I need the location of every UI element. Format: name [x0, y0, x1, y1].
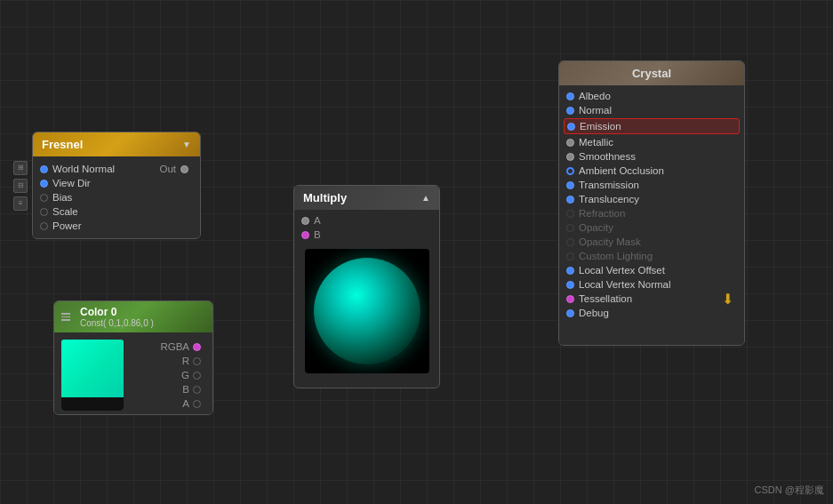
crystal-ao-row: Ambient Occlusion [566, 164, 737, 178]
scale-label: Scale [52, 206, 78, 217]
world-normal-dot[interactable] [40, 165, 48, 173]
albedo-label: Albedo [579, 91, 611, 101]
opacity-dot [566, 224, 574, 232]
multiply-collapse-icon[interactable]: ▲ [421, 193, 430, 203]
fresnel-header[interactable]: Fresnel ▼ [33, 132, 200, 156]
b-dot[interactable] [193, 386, 201, 394]
power-dot[interactable] [40, 222, 48, 230]
fresnel-side-icon-2[interactable]: ⊟ [13, 179, 28, 193]
ao-dot[interactable] [566, 167, 574, 175]
bias-dot[interactable] [40, 194, 48, 202]
crystal-tessellation-row: Tessellation ⬇ [566, 292, 737, 306]
smoothness-dot[interactable] [566, 153, 574, 161]
crystal-translucency-row: Translucency [566, 192, 737, 206]
fresnel-title: Fresnel [42, 138, 83, 151]
crystal-refraction-row: Refraction [566, 206, 737, 220]
crystal-lvo-row: Local Vertex Offset [566, 263, 737, 277]
normal-label: Normal [579, 105, 612, 116]
multiply-body: A B [294, 210, 439, 388]
fresnel-collapse-icon[interactable]: ▼ [182, 140, 191, 149]
debug-dot[interactable] [566, 309, 574, 317]
albedo-dot[interactable] [566, 92, 574, 100]
scale-dot[interactable] [40, 208, 48, 216]
crystal-smoothness-row: Smoothness [566, 149, 737, 164]
multiply-header[interactable]: Multiply ▲ [294, 186, 439, 210]
crystal-lvn-row: Local Vertex Normal [566, 277, 737, 292]
watermark-text: CSDN @程影魔 [755, 484, 824, 495]
fresnel-scale-row: Scale [40, 204, 193, 219]
transmission-dot[interactable] [566, 181, 574, 189]
custom-lighting-dot [566, 252, 574, 260]
refraction-dot [566, 210, 574, 218]
crystal-node: Crystal Albedo Normal Emission Metallic … [558, 60, 745, 346]
out-label: Out [159, 164, 176, 174]
emission-dot[interactable] [567, 123, 575, 131]
lvo-label: Local Vertex Offset [579, 265, 665, 276]
crystal-custom-lighting-row: Custom Lighting [566, 249, 737, 263]
color-swatch [61, 340, 124, 411]
b-label: B [182, 384, 189, 395]
crystal-opacity-row: Opacity [566, 220, 737, 235]
transmission-label: Transmission [579, 180, 639, 190]
color-swatch-area: RGBA R G B A [61, 340, 205, 411]
fresnel-node: Fresnel ▼ ⊞ ⊟ ≡ World Normal Out View Di… [32, 132, 201, 239]
g-label: G [181, 370, 189, 380]
fresnel-side-icon-3[interactable]: ≡ [13, 196, 28, 211]
fresnel-viewdir-row: View Dir [40, 176, 193, 190]
g-row: G [131, 368, 205, 382]
crystal-header[interactable]: Crystal [559, 61, 744, 85]
lvn-dot[interactable] [566, 281, 574, 289]
normal-dot[interactable] [566, 107, 574, 115]
multiply-node: Multiply ▲ A B [293, 185, 440, 388]
crystal-albedo-row: Albedo [566, 89, 737, 103]
color-header[interactable]: Color 0 Const( 0,1,0.86,0 ) [54, 301, 212, 332]
bias-label: Bias [52, 192, 72, 203]
viewdir-dot[interactable] [40, 180, 48, 188]
rgba-label: RGBA [160, 341, 189, 352]
metallic-label: Metallic [579, 137, 613, 148]
ao-label: Ambient Occlusion [579, 165, 664, 176]
power-label: Power [52, 220, 82, 231]
refraction-label: Refraction [579, 208, 625, 219]
viewdir-label: View Dir [52, 178, 91, 188]
debug-label: Debug [579, 308, 609, 318]
crystal-transmission-row: Transmission [566, 178, 737, 192]
tessellation-dot[interactable] [566, 295, 574, 303]
a-dot[interactable] [193, 400, 201, 408]
crystal-debug-row: Debug [566, 306, 737, 320]
fresnel-body: ⊞ ⊟ ≡ World Normal Out View Dir Bias Sca… [33, 156, 200, 238]
fresnel-side-icon-1[interactable]: ⊞ [13, 161, 28, 175]
color-node: Color 0 Const( 0,1,0.86,0 ) RGBA R G [53, 300, 213, 415]
a-label: A [182, 398, 189, 409]
download-icon[interactable]: ⬇ [722, 291, 733, 308]
fresnel-bias-row: Bias [40, 190, 193, 204]
multiply-a-dot[interactable] [301, 217, 309, 225]
rgba-dot[interactable] [193, 343, 201, 351]
r-dot[interactable] [193, 357, 201, 365]
lvn-label: Local Vertex Normal [579, 279, 671, 290]
multiply-sphere-preview [314, 258, 421, 364]
watermark: CSDN @程影魔 [755, 484, 824, 497]
tessellation-label: Tessellation [579, 293, 632, 304]
multiply-b-dot[interactable] [301, 231, 309, 239]
r-label: R [182, 356, 189, 366]
lvo-dot[interactable] [566, 267, 574, 275]
multiply-a-label: A [314, 215, 321, 226]
fresnel-power-row: Power [40, 219, 193, 233]
color-body: RGBA R G B A [54, 332, 212, 414]
out-dot[interactable] [180, 165, 188, 173]
b-row: B [131, 382, 205, 396]
crystal-normal-row: Normal [566, 103, 737, 117]
multiply-preview [305, 249, 429, 373]
rgba-row: RGBA [131, 340, 205, 354]
fresnel-world-normal-row: World Normal Out [40, 162, 193, 176]
r-row: R [131, 354, 205, 368]
world-normal-label: World Normal [52, 164, 115, 174]
crystal-title: Crystal [632, 67, 671, 80]
hamburger-icon [61, 313, 70, 321]
translucency-dot[interactable] [566, 196, 574, 204]
custom-lighting-label: Custom Lighting [579, 251, 653, 261]
g-dot[interactable] [193, 372, 201, 380]
crystal-metallic-row: Metallic [566, 135, 737, 149]
metallic-dot[interactable] [566, 139, 574, 147]
